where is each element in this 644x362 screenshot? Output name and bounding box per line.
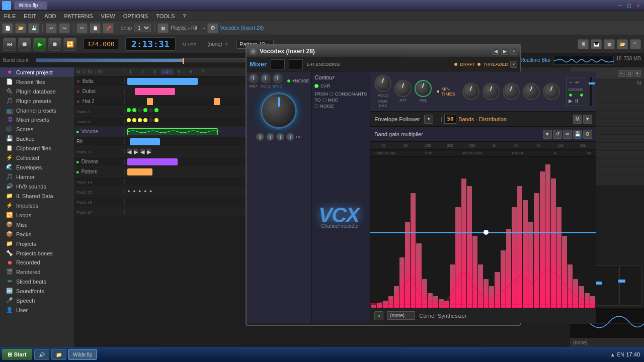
stop-btn[interactable]: ⏹ xyxy=(18,38,31,51)
band-gain-settings[interactable]: ⚙ xyxy=(583,130,592,139)
step-btn[interactable] xyxy=(154,108,158,112)
arrow-btn4[interactable]: ▶ xyxy=(146,148,151,153)
taskbar-icon2[interactable]: 📁 xyxy=(51,349,66,360)
vocodex-plugin-btn[interactable]: ⚙ xyxy=(207,23,218,33)
step-btn[interactable] xyxy=(138,108,142,112)
sidebar-item-misc[interactable]: 📦 Misc xyxy=(0,220,74,229)
sidebar-item-clipboard[interactable]: 📋 Clipboard files xyxy=(0,143,74,153)
playlist-btn[interactable]: ▦ xyxy=(157,23,169,33)
redo-btn[interactable]: ↪ xyxy=(59,23,70,33)
order-right[interactable]: ↩ xyxy=(575,79,579,85)
sidebar-item-packs[interactable]: 📦 Packs xyxy=(0,229,74,239)
menu-help[interactable]: ? xyxy=(181,13,188,19)
step-btn2[interactable] xyxy=(127,118,131,122)
close-plugin-btn[interactable]: × xyxy=(510,61,517,68)
order-left[interactable]: ↔ xyxy=(569,79,574,85)
new-btn[interactable]: 📄 xyxy=(2,23,13,33)
sidebar-item-sliced-beats[interactable]: ✂ Sliced beats xyxy=(0,277,74,286)
r3-knob[interactable] xyxy=(503,83,520,100)
start-button[interactable]: ⊞ Start xyxy=(2,349,32,360)
bpm-display[interactable]: 124.000 xyxy=(84,39,118,49)
record-btn[interactable]: ⏺ xyxy=(48,38,61,51)
arrow-btn[interactable]: ◀ xyxy=(127,148,132,153)
pattern-block[interactable] xyxy=(127,168,152,175)
sidebar-item-speech[interactable]: 🎤 Speech xyxy=(0,296,74,305)
menu-patterns[interactable]: PATTERNS xyxy=(62,13,95,19)
arr-up[interactable]: ▲ xyxy=(127,189,131,193)
r4-knob[interactable] xyxy=(523,83,540,100)
sidebar-item-projects[interactable]: 📁 Projects xyxy=(0,239,74,248)
sidebar-item-collected[interactable]: ⚡ Collected xyxy=(0,153,74,162)
mod-knob-top[interactable] xyxy=(273,73,283,83)
menu-add[interactable]: ADD xyxy=(42,13,58,19)
arr-up5[interactable]: ▲ xyxy=(149,189,153,193)
plugin-close[interactable]: × xyxy=(510,48,517,55)
sidebar-item-il-shared[interactable]: 📁 IL Shared Data xyxy=(0,191,74,201)
mixer-btn[interactable]: 🎛 xyxy=(578,39,589,49)
taskbar-icon1[interactable]: 🔊 xyxy=(34,349,49,360)
fader-thumb3[interactable] xyxy=(618,280,625,283)
sidebar-item-soundfonts[interactable]: 🔤 Soundfonts xyxy=(0,286,74,296)
menu-tools[interactable]: TOOLS xyxy=(154,13,177,19)
sgq-knob[interactable] xyxy=(261,73,271,83)
step-btn[interactable] xyxy=(149,108,153,112)
minimize-btn[interactable]: − xyxy=(616,3,623,9)
hold-knob[interactable] xyxy=(374,75,391,92)
band-gain-dropdown[interactable]: ▼ xyxy=(543,130,552,139)
fader-2[interactable] xyxy=(596,265,618,306)
tray-arrow[interactable]: ▲ xyxy=(610,352,615,357)
rel-knob[interactable] xyxy=(415,80,432,97)
undo-btn[interactable]: ↩ xyxy=(46,23,57,33)
plugin-icon-btn[interactable]: ⚙ xyxy=(250,48,257,55)
r2-knob[interactable] xyxy=(482,83,500,100)
carrier-select[interactable]: (none) xyxy=(387,311,415,320)
sidebar-item-channel-presets[interactable]: 📺 Channel presets xyxy=(0,106,74,115)
plugin-nav-right[interactable]: ▶ xyxy=(501,48,508,55)
maximize-btn[interactable]: □ xyxy=(625,3,633,9)
step-btn2[interactable] xyxy=(132,118,136,122)
vocodex-label[interactable]: Vocodex (Insert 28) xyxy=(220,25,264,31)
hp-knob-left[interactable] xyxy=(256,133,264,141)
sidebar-item-plugin-database[interactable]: 🔌 Plugin database xyxy=(0,86,74,96)
car-option[interactable]: CAR xyxy=(314,83,367,88)
sidebar-item-envelopes[interactable]: 🌊 Envelopes xyxy=(0,162,74,172)
step-btn2[interactable] xyxy=(149,118,153,122)
mod-dot[interactable] xyxy=(323,98,327,102)
env-snowflake-btn[interactable]: ✦ xyxy=(424,115,433,124)
r1-knob[interactable] xyxy=(462,83,479,100)
sidebar-item-user[interactable]: 👤 User xyxy=(0,305,74,315)
band-gain-reset[interactable]: ↺ xyxy=(553,130,562,139)
main-dial[interactable] xyxy=(261,93,297,129)
tab-close-btn[interactable]: × xyxy=(40,3,42,8)
vocode-block[interactable] xyxy=(127,128,218,135)
vert-slider[interactable] xyxy=(589,76,592,107)
menu-edit[interactable]: EDIT xyxy=(22,13,38,19)
consonants-dot[interactable] xyxy=(330,92,334,96)
order-pause[interactable]: ⏸ xyxy=(574,98,579,104)
menu-view[interactable]: VIEW xyxy=(99,13,117,19)
fader-3[interactable] xyxy=(619,265,642,306)
track-block[interactable] xyxy=(127,78,198,85)
carrier-icon-btn[interactable]: ≈ xyxy=(374,311,383,320)
taskbar-fl-item[interactable]: Wilde.flp xyxy=(68,349,97,360)
tab-wilde-flp[interactable]: Wilde.flp × xyxy=(14,1,47,10)
dimens-block[interactable] xyxy=(127,158,178,165)
hat-block2[interactable] xyxy=(214,98,220,105)
insert-restore-btn[interactable]: □ xyxy=(626,70,633,77)
arr-up4[interactable]: ▲ xyxy=(143,189,147,193)
sidebar-item-loops[interactable]: 🔁 Loops xyxy=(0,210,74,220)
sidebar-item-recorded[interactable]: ⏺ Recorded xyxy=(0,258,74,267)
piano-btn[interactable]: 🎹 xyxy=(591,39,602,49)
menu-file[interactable]: FILE xyxy=(2,13,18,19)
sidebar-item-projects-bones[interactable]: 🦴 Projects bones xyxy=(0,248,74,258)
snap-select[interactable]: 124 xyxy=(134,24,151,32)
rewind-btn[interactable]: ⏮ xyxy=(3,38,16,51)
plugin-nav-left[interactable]: ◀ xyxy=(492,48,499,55)
noise-dot[interactable] xyxy=(314,104,318,108)
sidebar-item-hv9[interactable]: 🔊 HV9 sounds xyxy=(0,182,74,191)
sidebar-item-impulses[interactable]: ⚡ Impulses xyxy=(0,201,74,210)
insert-minimize-btn[interactable]: − xyxy=(618,70,625,77)
insert-close-btn[interactable]: × xyxy=(634,70,641,77)
plugin-btn2[interactable]: 🔌 xyxy=(630,39,641,49)
sidebar-item-current-project[interactable]: ★ Current project xyxy=(0,67,74,77)
